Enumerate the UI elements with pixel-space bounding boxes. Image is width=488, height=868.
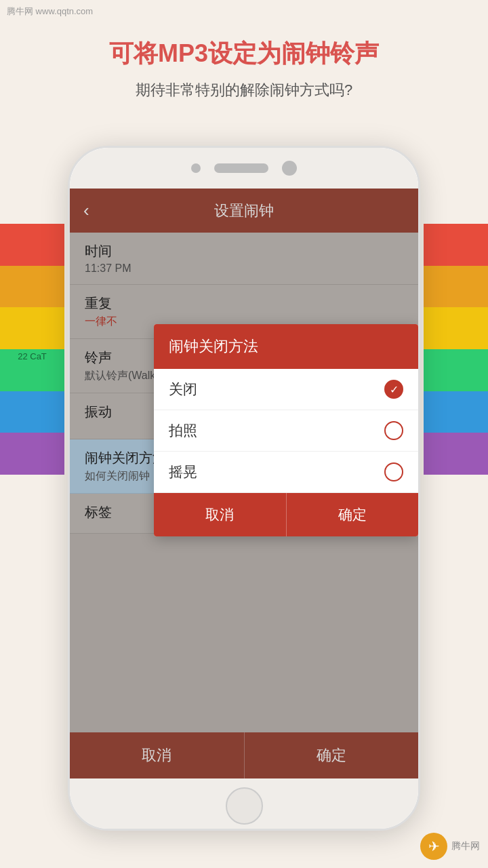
dialog-option-shake[interactable]: 摇晃 — [154, 452, 418, 493]
page-subtitle: 期待非常特别的解除闹钟方式吗? — [0, 80, 488, 100]
dialog-confirm-button[interactable]: 确定 — [287, 493, 419, 536]
stripe-purple-left — [0, 433, 64, 475]
rainbow-right — [424, 224, 488, 475]
stripe-green-right — [424, 349, 488, 391]
checkmark-icon: ✓ — [390, 383, 399, 396]
phone-sensor-dot — [282, 161, 297, 176]
radio-close: ✓ — [384, 380, 403, 399]
stripe-blue-left — [0, 391, 64, 433]
phone-mockup: ‹ 设置闹钟 时间 11:37 PM 重复 一律不 铃声 默认铃声(Walk i… — [68, 146, 420, 831]
page-title: 可将MP3设定为闹钟铃声 — [0, 37, 488, 71]
dialog-cancel-button[interactable]: 取消 — [154, 493, 287, 536]
qqtn-label: 腾牛网 — [451, 840, 480, 852]
phone-camera-dot — [191, 163, 201, 173]
dialog-option-close[interactable]: 关闭 ✓ — [154, 369, 418, 410]
stripe-orange-left — [0, 266, 64, 308]
dialog-buttons: 取消 确定 — [154, 493, 418, 536]
radio-shake — [384, 462, 403, 481]
dialog-option-photo[interactable]: 拍照 — [154, 410, 418, 452]
option-photo-label: 拍照 — [169, 421, 197, 440]
option-close-label: 关闭 — [169, 380, 197, 399]
phone-speaker — [214, 163, 268, 173]
home-button[interactable] — [226, 787, 263, 825]
option-shake-label: 摇晃 — [169, 462, 197, 481]
stripe-yellow-right — [424, 307, 488, 349]
alarm-close-dialog: 闹钟关闭方法 关闭 ✓ 拍照 摇晃 — [154, 324, 418, 536]
radio-photo — [384, 421, 403, 440]
stripe-red-right — [424, 224, 488, 266]
dialog-title: 闹钟关闭方法 — [154, 324, 418, 369]
app-screen: ‹ 设置闹钟 时间 11:37 PM 重复 一律不 铃声 默认铃声(Walk i… — [70, 189, 418, 778]
stripe-purple-right — [424, 433, 488, 475]
stripe-orange-right — [424, 266, 488, 308]
cat-text: 22 CaT — [0, 326, 64, 387]
phone-top-bar — [70, 148, 418, 189]
qqtn-icon: ✈ — [420, 833, 447, 860]
phone-bottom-bar — [70, 778, 418, 831]
watermark: 腾牛网 www.qqtn.com — [7, 5, 93, 18]
dialog-overlay: 闹钟关闭方法 关闭 ✓ 拍照 摇晃 — [70, 189, 418, 778]
qqtn-logo: ✈ 腾牛网 — [420, 833, 480, 860]
stripe-blue-right — [424, 391, 488, 433]
stripe-red-left — [0, 224, 64, 266]
